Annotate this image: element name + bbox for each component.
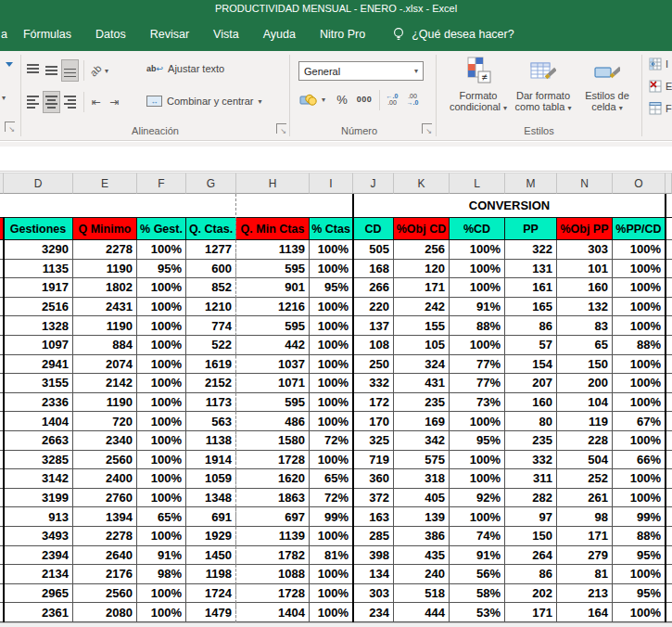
cell[interactable]: 202 <box>505 584 557 604</box>
wrap-text-button[interactable]: ab↩ Ajustar texto <box>146 63 224 74</box>
cell[interactable]: 131 <box>505 260 557 279</box>
cell[interactable]: 95% <box>613 584 666 604</box>
cell[interactable]: 372 <box>353 489 394 508</box>
cell[interactable]: 1620 <box>236 469 310 489</box>
cell[interactable]: 774 <box>186 316 236 336</box>
tab-formulas[interactable]: Fórmulas <box>11 28 83 41</box>
header-cell[interactable]: Q. Min Ctas <box>236 218 310 240</box>
tab-ayuda[interactable]: Ayuda <box>251 28 308 41</box>
alignment-dialog-launcher[interactable]: ↘ <box>276 123 286 134</box>
delete-cells-button[interactable]: E <box>649 80 672 93</box>
cell[interactable]: 1059 <box>186 469 236 489</box>
cell[interactable]: 132 <box>557 298 613 317</box>
cell[interactable]: 256 <box>394 240 450 260</box>
cell[interactable]: 65% <box>310 469 353 489</box>
cell[interactable]: 405 <box>394 489 450 508</box>
accounting-dropdown-icon[interactable]: ▾ <box>322 96 325 104</box>
column-letter[interactable]: F <box>137 173 186 194</box>
cell[interactable]: 1173 <box>186 393 236 413</box>
cell[interactable]: 100% <box>310 336 353 355</box>
orientation-icon[interactable]: ab <box>88 62 104 78</box>
cell[interactable]: 250 <box>353 355 394 375</box>
cell[interactable]: 100% <box>137 316 186 336</box>
cell[interactable]: 360 <box>353 469 394 489</box>
cell[interactable]: 2400 <box>73 469 137 489</box>
cell[interactable]: 100% <box>450 260 505 279</box>
cell[interactable]: 65% <box>137 507 186 527</box>
cell[interactable]: 95% <box>450 431 505 451</box>
cell[interactable]: 1190 <box>73 316 137 336</box>
cell[interactable]: 100% <box>613 431 666 451</box>
cell[interactable]: 100% <box>613 240 666 260</box>
cell[interactable]: 100% <box>613 278 666 298</box>
cell[interactable]: 88% <box>450 316 505 336</box>
cell[interactable]: 1619 <box>186 355 236 375</box>
cell[interactable]: 100% <box>450 240 505 260</box>
cell[interactable]: 100% <box>613 565 666 584</box>
tab-partial[interactable]: a <box>0 28 11 41</box>
comma-style-button[interactable]: 000 <box>354 89 374 109</box>
cell[interactable]: 163 <box>353 507 394 527</box>
cell[interactable]: 66% <box>613 451 666 470</box>
cell[interactable]: 1328 <box>4 316 73 336</box>
cell[interactable]: 2134 <box>4 565 73 584</box>
cell[interactable]: 150 <box>557 355 613 375</box>
cell[interactable]: 171 <box>394 278 450 298</box>
cell[interactable]: 235 <box>505 431 557 451</box>
cell[interactable]: 100% <box>137 240 186 260</box>
cell[interactable]: 100% <box>613 393 666 413</box>
cell[interactable]: 80 <box>505 412 557 431</box>
cell[interactable]: 171 <box>505 603 557 622</box>
cell[interactable]: 1139 <box>236 527 310 546</box>
header-cell[interactable]: % Gest. <box>137 218 186 240</box>
cell[interactable]: 3199 <box>4 489 73 508</box>
cell[interactable]: 1802 <box>73 278 137 298</box>
cell[interactable]: 595 <box>236 260 310 279</box>
cell[interactable]: 200 <box>557 374 613 393</box>
cell[interactable]: 100% <box>450 336 505 355</box>
cell[interactable]: 86 <box>505 565 557 584</box>
cell[interactable]: 2142 <box>73 374 137 393</box>
cell[interactable]: 95% <box>137 260 186 279</box>
cell[interactable]: 86 <box>505 316 557 336</box>
cell[interactable]: 2336 <box>4 393 73 413</box>
cell[interactable]: 161 <box>505 278 557 298</box>
cell[interactable]: 100% <box>137 298 186 317</box>
cell[interactable]: 91% <box>450 546 505 566</box>
cell[interactable]: 100% <box>137 469 186 489</box>
align-right-button[interactable] <box>61 91 79 113</box>
tab-datos[interactable]: Datos <box>83 28 138 41</box>
cell[interactable]: 279 <box>557 546 613 566</box>
cell[interactable]: 2394 <box>4 546 73 566</box>
cell[interactable]: 1863 <box>236 489 310 508</box>
cell[interactable]: 2560 <box>73 584 137 604</box>
conditional-formatting-button[interactable]: ≠ Formato condicional ▾ <box>448 55 509 112</box>
cell[interactable]: 100% <box>450 507 505 527</box>
cell[interactable]: 160 <box>557 278 613 298</box>
cell[interactable]: 73% <box>450 393 505 413</box>
cell[interactable]: 242 <box>394 298 450 317</box>
cell[interactable]: 303 <box>353 584 394 604</box>
cell[interactable]: 324 <box>394 355 450 375</box>
insert-cells-button[interactable]: I <box>649 58 668 70</box>
cell[interactable]: 213 <box>557 584 613 604</box>
cell[interactable]: 169 <box>394 412 450 431</box>
cell[interactable]: 595 <box>236 393 310 413</box>
cell[interactable]: 100% <box>613 298 666 317</box>
formula-bar-area[interactable] <box>0 147 672 172</box>
conversion-row[interactable]: CONVERSION <box>0 194 672 217</box>
cell[interactable]: 100% <box>310 316 353 336</box>
cell[interactable]: 252 <box>557 469 613 489</box>
cell[interactable]: 154 <box>505 355 557 375</box>
cell[interactable]: 600 <box>186 260 236 279</box>
cell[interactable]: 322 <box>505 240 557 260</box>
cell[interactable]: 101 <box>557 260 613 279</box>
percent-style-button[interactable]: % <box>334 89 350 109</box>
cell[interactable]: 100% <box>310 451 353 470</box>
format-as-table-button[interactable]: Dar formato como tabla ▾ <box>513 55 574 112</box>
cell[interactable]: 1917 <box>4 278 73 298</box>
tab-vista[interactable]: Vista <box>201 28 251 41</box>
cell[interactable]: 1190 <box>73 393 137 413</box>
cell[interactable]: 697 <box>236 507 310 527</box>
cell[interactable]: 1198 <box>186 565 236 584</box>
